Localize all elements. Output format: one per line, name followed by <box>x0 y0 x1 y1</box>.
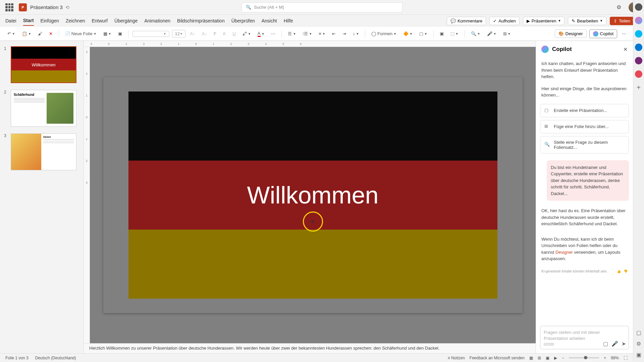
formen-button[interactable]: ◯ Formen ▼ <box>369 30 398 38</box>
copilot-suggest-create[interactable]: ▢ Erstelle eine Präsentation... <box>540 104 629 117</box>
shape-fill-button[interactable]: 🔶 ▼ <box>401 30 415 38</box>
highlight-button[interactable]: 🖍 ▼ <box>240 30 253 38</box>
thumb-preview-3[interactable]: Dackel <box>11 133 76 170</box>
add-ins-button[interactable]: ⊞ ▼ <box>501 30 513 38</box>
sidebar-add-button[interactable]: + <box>637 84 641 92</box>
more-font-button[interactable]: ⋯ <box>269 30 277 38</box>
decrease-font-button[interactable]: A↓ <box>200 30 209 38</box>
slide-canvas[interactable]: Willkommen ✥ <box>90 47 536 343</box>
align-button[interactable]: ≡ ▼ <box>317 30 327 38</box>
tab-entwurf[interactable]: Entwurf <box>92 16 107 25</box>
tab-uebergaenge[interactable]: Übergänge <box>114 16 138 25</box>
tab-animationen[interactable]: Animationen <box>144 16 170 25</box>
aufholen-button[interactable]: ✓ Aufholen <box>489 17 519 25</box>
sidebar-copilot-icon[interactable] <box>635 17 642 24</box>
tab-ansicht[interactable]: Ansicht <box>262 16 277 25</box>
notes-area[interactable]: Herzlich Willkommen zu unserer Präsentat… <box>84 343 536 353</box>
bullets-button[interactable]: ☰ ▼ <box>286 30 298 38</box>
sidebar-app-icon-1[interactable] <box>635 30 642 38</box>
bearbeiten-button[interactable]: ✎ Bearbeiten ▼ <box>568 17 606 25</box>
attach-button[interactable]: ▢ <box>603 341 608 347</box>
slide-content[interactable]: Willkommen ✥ <box>103 77 523 313</box>
praesentieren-button[interactable]: ▶ Präsentieren ▼ <box>523 17 565 25</box>
layout-button[interactable]: ▦ ▼ <box>101 30 113 38</box>
tab-ueberpruefen[interactable]: Überprüfen <box>231 16 255 25</box>
tab-hilfe[interactable]: Hilfe <box>284 16 293 25</box>
tab-datei[interactable]: Datei <box>5 16 16 25</box>
mic-button[interactable]: 🎤 <box>611 341 618 347</box>
thumbs-up-button[interactable]: 👍 <box>617 269 621 273</box>
sidebar-tool-icon-2[interactable]: ⚙ <box>636 341 641 347</box>
copilot-suggest-question[interactable]: 🔍 Stelle eine Frage zu diesem Foliensatz… <box>540 136 629 154</box>
shape-outline-button[interactable]: ▢ ▼ <box>417 30 429 38</box>
flag-image[interactable]: Willkommen <box>128 92 497 299</box>
zoom-level[interactable]: 98% <box>611 356 619 360</box>
copilot-toolbar-button[interactable]: Copilot <box>589 29 617 38</box>
numbering-button[interactable]: ⁝☰ ▼ <box>301 30 314 38</box>
feedback-link[interactable]: Feedback an Microsoft senden <box>470 356 525 360</box>
view-sorter-button[interactable]: ⊞ <box>538 356 541 360</box>
delete-button[interactable]: ✕ <box>47 30 55 38</box>
dictate-button[interactable]: 🎤 ▼ <box>485 30 498 38</box>
fit-to-window-button[interactable]: ⛶ <box>624 356 628 360</box>
font-color-button[interactable]: A ▼ <box>256 29 267 38</box>
reset-button[interactable]: ▣ <box>116 30 124 38</box>
format-painter-button[interactable]: 🖌 <box>36 30 44 38</box>
increase-font-button[interactable]: A↑ <box>188 30 197 38</box>
underline-button[interactable]: U <box>231 30 238 38</box>
slide-thumb-1[interactable]: 1 Willkommen <box>4 46 79 83</box>
group-button[interactable]: ⬚ ▼ <box>448 30 461 38</box>
increase-indent-button[interactable]: ⇥ <box>340 30 348 38</box>
zoom-slider[interactable] <box>569 357 599 358</box>
designer-link[interactable]: Designer <box>555 250 573 255</box>
send-button[interactable]: ➤ <box>622 341 626 347</box>
notizen-button[interactable]: ≡ Notizen <box>448 356 465 360</box>
bold-button[interactable]: F <box>212 30 218 38</box>
paste-button[interactable]: 📋 ▼ <box>20 30 33 38</box>
slide-counter[interactable]: Folie 1 von 3 <box>5 356 29 360</box>
settings-icon[interactable]: ⚙ <box>616 4 623 11</box>
neue-folie-button[interactable]: 📄 Neue Folie ▼ <box>63 30 99 38</box>
toolbar: ↶ ▼ 📋 ▼ 🖌 ✕ 📄 Neue Folie ▼ ▦ ▼ ▣ ▼ 12▼ A… <box>0 27 644 41</box>
thumb-preview-1[interactable]: Willkommen <box>11 46 76 83</box>
undo-button[interactable]: ↶ ▼ <box>5 30 17 38</box>
designer-button[interactable]: 🎨 Designer <box>555 29 587 38</box>
tab-start[interactable]: Start <box>23 16 34 26</box>
slide-thumb-3[interactable]: 3 Dackel <box>4 133 79 170</box>
view-slideshow-button[interactable]: ▶ <box>554 356 557 360</box>
document-title[interactable]: Präsentation 3 <box>30 4 63 10</box>
view-reading-button[interactable]: ▣ <box>546 356 549 360</box>
arrange-button[interactable]: ▣ <box>438 30 446 38</box>
copilot-suggest-add-slide[interactable]: ⊞ Füge eine Folie hinzu über... <box>540 120 629 133</box>
sidebar-app-icon-2[interactable] <box>635 44 642 51</box>
close-copilot-button[interactable]: ✕ <box>623 46 628 53</box>
tab-einfuegen[interactable]: Einfügen <box>41 16 59 25</box>
tab-zeichnen[interactable]: Zeichnen <box>66 16 85 25</box>
kommentare-button[interactable]: 💬 Kommentare <box>447 17 486 25</box>
app-launcher-icon[interactable] <box>5 3 13 11</box>
sidebar-app-icon-4[interactable] <box>635 70 642 78</box>
thumb-preview-2[interactable]: Schäferhund <box>11 90 76 127</box>
italic-button[interactable]: K <box>221 30 228 38</box>
line-spacing-button[interactable]: ↕ ▼ <box>351 30 361 38</box>
language-indicator[interactable]: Deutsch (Deutschland) <box>35 356 76 360</box>
slide-title[interactable]: Willkommen <box>247 181 378 209</box>
zoom-out-button[interactable]: − <box>562 356 564 360</box>
font-family-dropdown[interactable]: ▼ <box>132 31 169 37</box>
copilot-input[interactable]: Fragen stellen und mit dieser Präsentati… <box>540 326 629 349</box>
decrease-indent-button[interactable]: ⇤ <box>330 30 338 38</box>
find-button[interactable]: 🔍 ▼ <box>469 30 482 38</box>
zoom-in-button[interactable]: + <box>604 356 606 360</box>
search-box[interactable]: 🔍 Suche (Alt + M) <box>241 2 402 12</box>
view-normal-button[interactable]: ▦ <box>529 356 533 360</box>
font-size-dropdown[interactable]: 12▼ <box>172 30 185 38</box>
sidebar-search-icon[interactable] <box>635 3 642 11</box>
sidebar-app-icon-3[interactable] <box>635 57 642 64</box>
slide-thumb-2[interactable]: 2 Schäferhund <box>4 90 79 127</box>
more-options-button[interactable]: ⋯ <box>620 30 628 38</box>
thumbs-down-button[interactable]: 👎 <box>624 269 628 273</box>
cloud-save-icon[interactable]: ⟲ <box>65 5 69 10</box>
sidebar-tool-icon-1[interactable]: ▢ <box>636 329 641 336</box>
tab-bildschirm[interactable]: Bildschirmpräsentation <box>177 16 225 25</box>
sidebar-tool-icon-3[interactable]: ▣ <box>636 352 641 358</box>
